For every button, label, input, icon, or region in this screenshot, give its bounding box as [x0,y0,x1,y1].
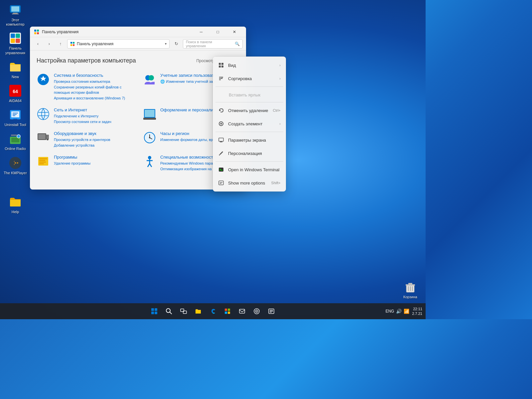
desktop-icon-recycle[interactable]: Корзина [398,280,422,299]
system-link2[interactable]: Сохранение резервных копий файлов с помо… [54,84,133,95]
taskbar-right: ENG 🔊 📶 22:11 2.7.21 [385,307,422,316]
control-panel-label: Панельуправления [5,46,25,55]
svg-rect-57 [38,157,48,166]
taskbar-store[interactable] [221,305,233,317]
svg-rect-13 [13,113,18,113]
svg-rect-38 [73,44,74,46]
address-dropdown-icon[interactable]: ▾ [165,42,167,46]
desktop-icon-aida64[interactable]: 64 AIDA64 [3,84,27,103]
hardware-link1[interactable]: Просмотр устройств и принтеров [54,137,133,143]
system-link1[interactable]: Проверка состояния компьютера [54,79,133,84]
svg-rect-89 [155,312,157,314]
desktop-icon-new[interactable]: New [3,60,27,79]
menu-item-terminal[interactable]: Open in Windows Terminal [213,163,286,176]
taskbar-center [148,305,277,317]
desktop-icon-uninstall[interactable]: Uninstall Tool [3,108,27,127]
hardware-link2[interactable]: Добавление устройства [54,143,133,148]
taskbar-explorer[interactable] [192,305,204,317]
desktop: Этоткомпьютер Панельуправления [0,0,426,319]
svg-rect-36 [73,42,74,43]
menu-item-personalize[interactable]: Персонализация [213,147,286,160]
start-button[interactable] [148,305,160,317]
window-title: Панель управления [42,30,191,34]
taskbar-time: 22:11 [412,307,422,311]
svg-rect-31 [34,30,36,32]
hardware-title[interactable]: Оборудование и звук [54,131,133,136]
svg-rect-69 [219,66,221,67]
taskbar-lang[interactable]: ENG [385,309,394,314]
taskbar-edge[interactable] [207,305,219,317]
panel-header: Настройка параметров компьютера Просмотр… [37,57,239,64]
desktop-icon-kmplayer[interactable]: The KMPlayer [3,156,27,175]
desktop-icon-this-pc[interactable]: Этоткомпьютер [3,3,27,27]
svg-rect-3 [12,14,19,14]
address-path[interactable]: Панель управления ▾ [67,39,170,49]
menu-item-display[interactable]: Параметры экрана [213,133,286,147]
back-button[interactable]: ‹ [33,39,43,49]
svg-rect-15 [13,115,15,116]
help-label: Help [12,210,19,214]
system-content: Система и безопасность Проверка состояни… [54,73,133,101]
taskbar-radio[interactable] [251,305,263,317]
programs-link1[interactable]: Удаление программы [54,161,133,166]
clock-icon [143,131,156,144]
taskbar-search[interactable] [163,305,175,317]
taskbar-sound[interactable]: 🔊 [396,309,402,314]
menu-item-sort[interactable]: Сортировка › [213,72,286,85]
svg-rect-94 [225,309,227,311]
svg-rect-97 [228,312,230,314]
taskbar-mail[interactable] [236,305,248,317]
svg-rect-96 [225,312,227,314]
network-link2[interactable]: Просмотр состояния сети и задач [54,119,133,125]
svg-rect-59 [39,160,45,161]
menu-item-more-options[interactable]: Show more options Shift+ [213,176,286,190]
svg-rect-1 [11,6,19,12]
network-title[interactable]: Сеть и Интернет [54,107,133,112]
paste-shortcut-label: Вставить ярлык [229,92,260,97]
close-button[interactable]: ✕ [227,27,242,37]
taskbar-taskview[interactable] [178,305,190,317]
appearance-icon [143,107,156,121]
desktop-icon-control-panel[interactable]: Панельуправления [3,32,27,55]
radio-icon [9,132,22,145]
desktop-icon-help[interactable]: Help [3,195,27,214]
taskbar-news[interactable] [265,305,277,317]
desktop-icons-left: Этоткомпьютер Панельуправления [3,3,27,214]
aida64-label: AIDA64 [9,99,22,103]
svg-point-19 [17,135,20,138]
menu-item-undo[interactable]: Отменить удаление Ctrl+ [213,104,286,117]
network-content: Сеть и Интернет Подключение к Интернету … [54,107,133,124]
system-link3[interactable]: Архивация и восстановление (Windows 7) [54,95,133,101]
svg-rect-58 [39,158,47,159]
uninstall-label: Uninstall Tool [4,123,26,127]
recycle-label: Корзина [403,295,417,299]
network-link1[interactable]: Подключение к Интернету [54,113,133,119]
new-folder-icon [9,60,22,73]
svg-rect-60 [39,162,46,163]
svg-rect-7 [11,39,15,43]
maximize-button[interactable]: □ [210,27,225,37]
forward-button[interactable]: › [45,39,54,49]
menu-item-view[interactable]: Вид › [213,59,286,72]
taskbar-network[interactable]: 📶 [404,309,409,314]
programs-title[interactable]: Программы [54,155,133,160]
svg-rect-16 [13,119,17,119]
uninstall-icon [9,108,22,121]
desktop-icon-radio[interactable]: Online Radio [3,132,27,151]
minimize-button[interactable]: ─ [194,27,209,37]
display-settings-icon [218,137,224,143]
terminal-icon [218,167,224,173]
up-button[interactable]: ↑ [56,39,65,49]
separator-1 [215,86,283,87]
menu-item-create[interactable]: Создать элемент › [213,117,286,130]
taskbar-clock[interactable]: 22:11 2.7.21 [412,307,422,316]
search-box[interactable]: Поиск в панели управления 🔍 [183,39,243,49]
refresh-button[interactable]: ↻ [172,39,181,49]
svg-point-90 [166,309,170,313]
undo-shortcut: Ctrl+ [273,108,281,112]
svg-rect-46 [145,110,155,117]
svg-rect-8 [16,39,20,43]
sort-icon [218,75,224,81]
svg-rect-34 [37,32,39,34]
system-title[interactable]: Система и безопасность [54,73,133,78]
